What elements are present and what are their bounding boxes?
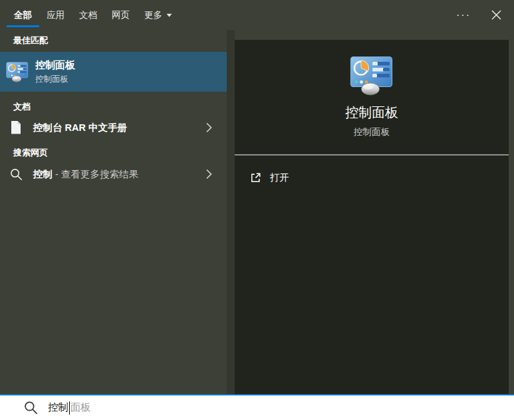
tab-all-label: 全部 [14, 9, 32, 21]
result-best-match-control-panel[interactable]: 控制面板 控制面板 [0, 52, 227, 92]
control-panel-icon [350, 56, 394, 96]
tab-documents[interactable]: 文档 [72, 0, 104, 30]
open-action[interactable]: 打开 [235, 167, 509, 188]
best-match-title: 控制面板 [35, 59, 75, 72]
chevron-right-icon[interactable] [206, 123, 212, 133]
tab-more-label: 更多 [144, 9, 162, 21]
section-header-documents: 文档 [13, 101, 31, 113]
web-search-query: 控制 [33, 169, 53, 179]
open-action-label: 打开 [270, 171, 289, 184]
search-icon [9, 167, 23, 181]
section-header-best-match: 最佳匹配 [13, 35, 48, 47]
search-input[interactable]: 控制 面板 [48, 401, 91, 415]
best-match-text: 控制面板 控制面板 [35, 59, 75, 85]
results-list: 最佳匹配 控制面板 控制面板 文档 控制台 RAR 中文手册 搜索网页 控制 -… [0, 30, 227, 394]
list-scroll-gutter[interactable] [227, 30, 235, 394]
result-document-item[interactable]: 控制台 RAR 中文手册 [0, 114, 227, 141]
web-search-item-label: 控制 - 查看更多搜索结果 [33, 168, 138, 181]
close-button[interactable] [485, 6, 507, 24]
search-inline-suggestion: 面板 [70, 401, 91, 415]
tab-documents-label: 文档 [79, 9, 97, 21]
result-web-search-item[interactable]: 控制 - 查看更多搜索结果 [0, 160, 227, 188]
document-icon [9, 120, 23, 135]
divider [235, 154, 509, 156]
tab-all[interactable]: 全部 [7, 0, 39, 30]
search-flyout: 全部 应用 文档 网页 更多 ··· 最佳匹配 [0, 0, 514, 420]
preview-subtitle: 控制面板 [235, 126, 509, 138]
web-search-suffix: - 查看更多搜索结果 [53, 169, 138, 179]
tab-apps[interactable]: 应用 [39, 0, 72, 30]
preview-panel: 控制面板 控制面板 打开 [235, 40, 509, 394]
best-match-subtitle: 控制面板 [35, 74, 75, 85]
search-bar[interactable]: 控制 面板 [0, 394, 514, 420]
search-icon [24, 401, 38, 415]
close-icon [491, 10, 501, 20]
topbar-controls: ··· [451, 0, 514, 30]
filter-tab-bar: 全部 应用 文档 网页 更多 ··· [0, 0, 514, 30]
tab-web[interactable]: 网页 [104, 0, 137, 30]
tab-apps-label: 应用 [47, 9, 64, 21]
section-header-web-search: 搜索网页 [13, 147, 48, 159]
filter-tabs: 全部 应用 文档 网页 更多 [0, 0, 180, 30]
document-item-label: 控制台 RAR 中文手册 [33, 122, 127, 134]
more-options-button[interactable]: ··· [451, 9, 476, 21]
preview-title: 控制面板 [235, 104, 509, 122]
search-typed-text: 控制 [48, 401, 68, 415]
control-panel-icon [6, 62, 29, 82]
tab-web-label: 网页 [112, 9, 130, 21]
chevron-right-icon[interactable] [206, 169, 212, 179]
chevron-down-icon [166, 13, 172, 17]
open-external-icon [249, 171, 262, 184]
tab-more[interactable]: 更多 [137, 0, 180, 30]
